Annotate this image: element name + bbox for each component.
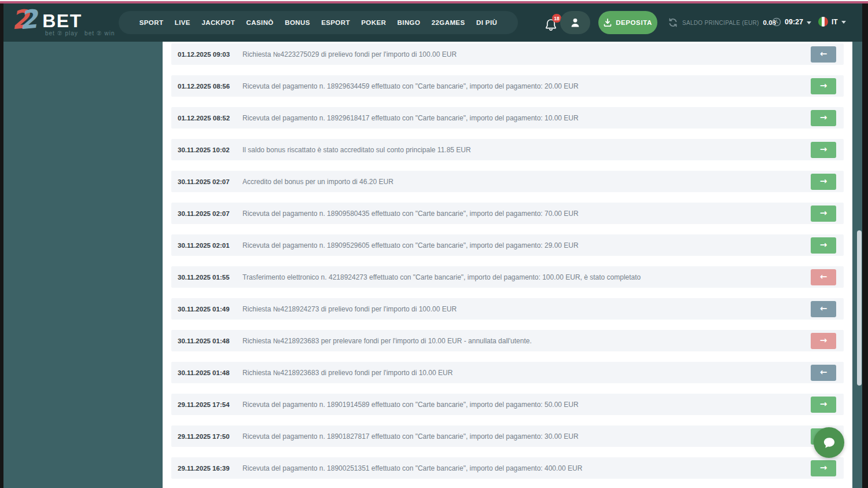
nav-item-poker[interactable]: POKER	[361, 19, 386, 26]
logo-number-blue: 2	[19, 6, 38, 34]
italy-flag-icon	[818, 17, 828, 27]
language-code: IT	[832, 18, 838, 26]
deposit-button[interactable]: DEPOSITA	[598, 11, 657, 34]
nav-item-live[interactable]: LIVE	[175, 19, 190, 26]
nav-item-22games[interactable]: 22GAMES	[432, 19, 465, 26]
arrow-icon: ←	[820, 304, 827, 313]
arrow-icon: ←	[820, 368, 827, 377]
transaction-direction-button[interactable]: →	[811, 460, 836, 476]
transaction-list: 01.12.2025 09:03 Richiesta №4223275029 d…	[163, 42, 852, 479]
transaction-direction-button[interactable]: ←	[811, 269, 836, 285]
transaction-description: Richiesta №4218924273 di prelievo fondi …	[242, 305, 804, 313]
arrow-icon: →	[820, 464, 827, 472]
nav-item-esport[interactable]: ESPORT	[321, 19, 350, 26]
transaction-row: 29.11.2025 17:54 Ricevuta del pagamento …	[171, 394, 844, 415]
transaction-date: 30.11.2025 01:55	[178, 274, 242, 281]
transaction-date: 30.11.2025 02:01	[178, 242, 242, 249]
transaction-date: 01.12.2025 08:56	[178, 83, 242, 90]
transaction-date: 29.11.2025 17:50	[178, 433, 242, 440]
refresh-icon	[668, 17, 678, 28]
balance-label: SALDO PRINCIPALE (EUR)	[682, 20, 759, 26]
transaction-row: 01.12.2025 08:52 Ricevuta del pagamento …	[171, 107, 844, 129]
transaction-row: 30.11.2025 02:07 Ricevuta del pagamento …	[171, 203, 844, 224]
transaction-description: Il saldo bonus riscattato è stato accred…	[242, 146, 804, 154]
time-selector[interactable]: 09:27	[772, 17, 811, 27]
transaction-date: 30.11.2025 01:48	[178, 337, 242, 344]
transaction-description: Ricevuta del pagamento n. 18909580435 ef…	[242, 210, 804, 218]
transaction-date: 01.12.2025 08:52	[178, 115, 242, 122]
chat-button[interactable]	[814, 427, 844, 458]
transaction-date: 30.11.2025 02:07	[178, 178, 242, 185]
transaction-row: 01.12.2025 09:03 Richiesta №4223275029 d…	[171, 43, 844, 65]
nav-item-jackpot[interactable]: JACKPOT	[201, 19, 235, 26]
transaction-row: 01.12.2025 08:56 Ricevuta del pagamento …	[171, 75, 844, 97]
transaction-direction-button[interactable]: →	[811, 78, 836, 94]
transaction-direction-button[interactable]: →	[811, 237, 836, 254]
transaction-row: 30.11.2025 02:01 Ricevuta del pagamento …	[171, 234, 844, 256]
arrow-icon: →	[820, 400, 827, 409]
nav-item-di-pi-[interactable]: DI PIÙ	[476, 19, 497, 26]
arrow-icon: →	[820, 113, 827, 122]
language-selector[interactable]: IT	[818, 17, 846, 27]
arrow-icon: ←	[820, 273, 827, 281]
arrow-icon: →	[820, 209, 827, 218]
transaction-date: 30.11.2025 01:48	[178, 369, 242, 376]
transaction-direction-button[interactable]: ←	[811, 46, 836, 63]
transaction-direction-button[interactable]: →	[811, 206, 836, 222]
nav-item-bonus[interactable]: BONUS	[285, 19, 310, 26]
chat-bubble-icon	[821, 435, 837, 451]
transaction-row: 30.11.2025 01:49 Richiesta №4218924273 d…	[171, 298, 844, 320]
transaction-date: 30.11.2025 01:49	[178, 306, 242, 313]
top-navbar: 2 2 BET bet ② play bet ② win SPORT LIVE …	[3, 3, 862, 42]
time-value: 09:27	[785, 18, 803, 26]
transaction-row: 29.11.2025 17:50 Ricevuta del pagamento …	[171, 425, 844, 447]
transaction-date: 30.11.2025 10:02	[178, 146, 242, 153]
transaction-direction-button[interactable]: ←	[811, 301, 836, 317]
transaction-direction-button[interactable]: →	[811, 110, 836, 126]
transaction-description: Ricevuta del pagamento n. 18900251351 ef…	[242, 464, 804, 472]
transaction-direction-button[interactable]: →	[811, 397, 836, 413]
deposit-label: DEPOSITA	[616, 19, 652, 26]
transaction-description: Accredito del bonus per un importo di 46…	[242, 178, 804, 186]
arrow-icon: →	[820, 82, 827, 90]
arrow-icon: →	[820, 177, 827, 186]
transaction-date: 29.11.2025 17:54	[178, 401, 242, 408]
user-icon	[569, 17, 581, 28]
transaction-direction-button[interactable]: ←	[811, 365, 836, 381]
transaction-description: Ricevuta del pagamento n. 18909529605 ef…	[242, 241, 804, 249]
transaction-description: Richiesta №4223275029 di prelievo fondi …	[242, 50, 804, 58]
scrollbar-thumb[interactable]	[857, 230, 862, 386]
transaction-description: Ricevuta del pagamento n. 18901827817 ef…	[242, 432, 804, 441]
transaction-description: Ricevuta del pagamento n. 18929618417 ef…	[242, 114, 804, 122]
transaction-date: 01.12.2025 09:03	[178, 51, 242, 58]
brand-tagline: bet ② play bet ② win	[45, 30, 115, 36]
nav-item-casin-[interactable]: CASINÒ	[247, 19, 274, 26]
transaction-description: Ricevuta del pagamento n. 18929634459 ef…	[242, 82, 804, 90]
account-button[interactable]	[560, 11, 590, 34]
transaction-date: 30.11.2025 02:07	[178, 210, 242, 217]
transaction-row: 30.11.2025 01:48 Richiesta №4218923683 p…	[171, 330, 844, 351]
transaction-direction-button[interactable]: →	[811, 333, 836, 349]
transaction-description: Richiesta №4218923683 di prelievo fondi …	[242, 369, 804, 377]
arrow-icon: →	[820, 336, 827, 345]
arrow-icon: ←	[820, 50, 827, 58]
transaction-row: 29.11.2025 16:39 Ricevuta del pagamento …	[171, 457, 844, 479]
transaction-row: 30.11.2025 01:55 Trasferimento elettroni…	[171, 266, 844, 288]
transaction-direction-button[interactable]: →	[811, 142, 836, 158]
arrow-icon: →	[820, 145, 827, 154]
brand-logo-row: 2 2 BET	[12, 7, 115, 32]
transaction-description: Richiesta №4218923683 per prelevare fond…	[242, 337, 804, 345]
arrow-icon: →	[820, 241, 827, 249]
transaction-row: 30.11.2025 01:48 Richiesta №4218923683 d…	[171, 362, 844, 383]
nav-item-sport[interactable]: SPORT	[139, 19, 164, 26]
brand-logo[interactable]: 2 2 BET bet ② play bet ② win	[12, 7, 115, 36]
main-nav: SPORT LIVE JACKPOT CASINÒ BONUS ESPORT P…	[119, 11, 518, 34]
nav-item-bingo[interactable]: BINGO	[398, 19, 421, 26]
balance-widget[interactable]: SALDO PRINCIPALE (EUR) 0.08	[668, 17, 776, 28]
transaction-direction-button[interactable]: →	[811, 174, 836, 190]
clock-icon	[772, 17, 781, 27]
transaction-description: Trasferimento elettronico n. 4218924273 …	[242, 273, 804, 281]
chevron-down-icon	[807, 21, 811, 24]
logo-name: BET	[42, 12, 82, 30]
chevron-down-icon	[841, 21, 846, 24]
